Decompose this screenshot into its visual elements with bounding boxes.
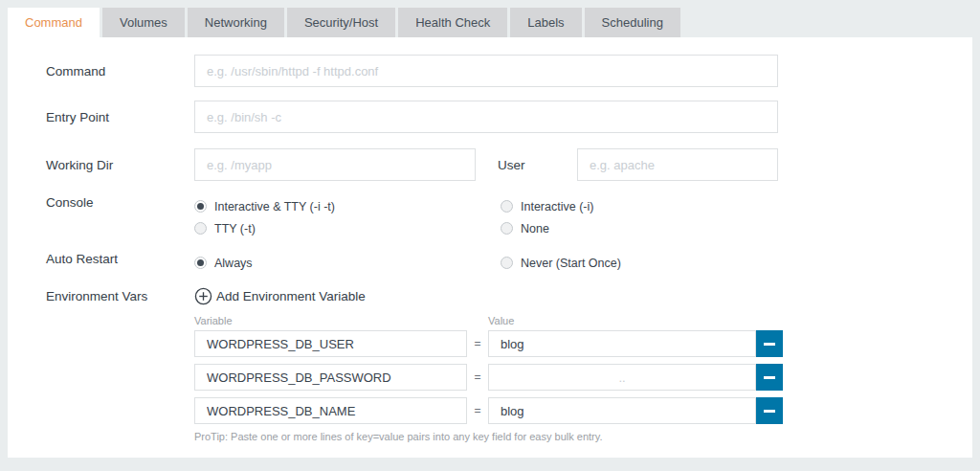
radio-icon [501,200,513,213]
plus-circle-icon [194,287,212,305]
entry-point-input[interactable] [194,101,778,133]
entry-point-label: Entry Point [46,110,194,124]
console-option-interactive[interactable]: Interactive (-i) [501,195,593,217]
tab-labels[interactable]: Labels [510,8,581,37]
minus-icon [764,410,775,413]
auto-restart-label: Auto Restart [46,252,194,266]
env-variable-input-3[interactable] [194,397,467,424]
value-column-header: Value [488,315,514,326]
working-dir-input[interactable] [194,148,476,181]
console-option-interactive-tty[interactable]: Interactive & TTY (-i -t) [194,195,501,217]
user-input[interactable] [577,148,778,181]
entry-point-row: Entry Point [46,101,972,133]
variable-column-header: Variable [194,315,467,326]
tab-scheduling[interactable]: Scheduling [585,8,680,37]
equals-sign: = [467,370,488,384]
equals-sign: = [467,337,488,350]
tab-networking[interactable]: Networking [188,8,284,37]
add-environment-variable-button[interactable]: Add Environment Variable [194,287,366,305]
config-panel: Command Volumes Networking Security/Host… [8,8,972,458]
env-table-headers: Variable Value [194,315,972,326]
protip-text: ProTip: Paste one or more lines of key=v… [194,431,972,442]
env-value-input-3[interactable] [488,397,756,424]
env-var-row-3: = [194,397,972,424]
auto-restart-row: Auto Restart Always Never (Start Once) [46,252,972,274]
radio-selected-icon [194,200,207,213]
auto-restart-option-always[interactable]: Always [194,252,501,274]
environment-vars-table: Variable Value = = [194,315,972,442]
tab-volumes[interactable]: Volumes [102,8,185,37]
equals-sign: = [467,404,488,417]
working-dir-row: Working Dir User [46,148,972,181]
minus-icon [764,376,775,379]
command-tab-content: Command Entry Point Working Dir User Con… [8,37,972,458]
minus-icon [764,343,775,346]
tab-bar: Command Volumes Networking Security/Host… [8,8,972,37]
command-row: Command [46,55,972,87]
env-value-input-1[interactable] [488,330,756,357]
env-variable-input-1[interactable] [194,330,467,357]
console-row: Console Interactive & TTY (-i -t) TTY (-… [46,195,972,239]
tab-health-check[interactable]: Health Check [398,8,507,37]
env-variable-input-2[interactable] [194,364,467,391]
env-value-input-2[interactable] [488,364,756,391]
tab-security-host[interactable]: Security/Host [287,8,395,37]
radio-icon [501,257,513,269]
remove-env-var-button-1[interactable] [756,330,783,357]
radio-icon [194,222,207,235]
console-option-none[interactable]: None [501,217,593,239]
env-var-row-1: = [194,330,972,357]
remove-env-var-button-3[interactable] [756,397,783,424]
add-environment-variable-label: Add Environment Variable [216,289,366,303]
command-input[interactable] [194,55,778,87]
tab-command[interactable]: Command [8,8,100,37]
env-var-row-2: = [194,364,972,391]
working-dir-label: Working Dir [46,158,194,172]
console-option-tty[interactable]: TTY (-t) [194,217,501,239]
command-label: Command [46,64,194,78]
radio-selected-icon [194,257,207,269]
console-label: Console [46,195,194,210]
remove-env-var-button-2[interactable] [756,364,783,391]
user-label: User [498,158,577,172]
environment-vars-row: Environment Vars Add Environment Variabl… [46,287,972,305]
auto-restart-option-never[interactable]: Never (Start Once) [501,252,621,274]
environment-vars-label: Environment Vars [46,289,194,303]
radio-icon [501,222,513,235]
